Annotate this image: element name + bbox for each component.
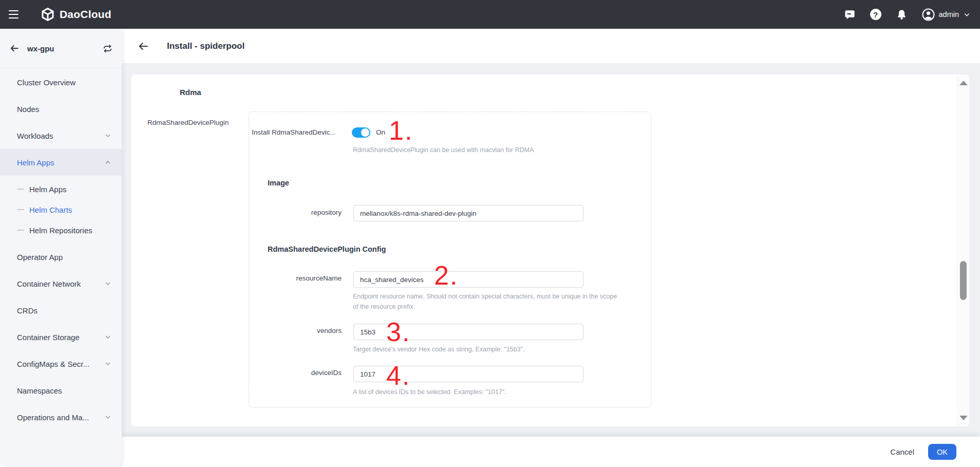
vendors-input[interactable] [353,324,583,340]
sidebar-item-namespaces[interactable]: Namespaces [0,377,122,404]
rdma-plugin-group: Install RdmaSharedDevic... On RdmaShared… [249,111,651,407]
page-title: Install - spiderpool [167,41,244,51]
sidebar-item-operator-app[interactable]: Operator App [0,244,122,270]
chevron-down-icon [104,414,111,421]
vendors-help: Target device's vendor Hex code as strin… [353,344,524,354]
sidebar-subitem-helm-repositories[interactable]: Helm Repositories [0,220,122,240]
sidebar-item-container-network[interactable]: Container Network [0,270,122,297]
sidebar-subitem-helm-apps[interactable]: Helm Apps [0,179,122,199]
cluster-back-button[interactable] [9,43,20,53]
install-toggle-help: RdmaSharedDevicePlugin can be used with … [353,145,534,155]
brand-logo[interactable]: DaoCloud [41,7,111,22]
resource-name-input[interactable] [353,271,583,288]
chevron-down-icon [104,360,111,367]
daocloud-logo-icon [41,7,55,22]
ok-button[interactable]: OK [928,444,956,460]
install-toggle-label: Install RdmaSharedDevic... [252,127,343,138]
repository-input[interactable] [353,205,583,221]
sidebar-item-operations[interactable]: Operations and Ma... [0,404,122,431]
toggle-knob [361,128,369,137]
dash-icon [17,209,24,210]
user-menu[interactable]: admin [922,8,971,21]
back-arrow-icon [9,43,20,53]
section-rdma-config: RdmaSharedDevicePlugin Config [268,245,386,253]
sidebar-item-workloads[interactable]: Workloads [0,122,122,149]
messages-icon[interactable] [844,9,856,21]
topbar: DaoCloud ? admin [0,0,980,29]
chevron-up-icon [104,159,111,166]
brand-name: DaoCloud [60,8,111,21]
sidebar: wx-gpu Cluster Overview Nodes Workloads … [0,29,122,467]
resource-name-label: resourceName [249,274,342,282]
form-card: Rdma RdmaSharedDevicePlugin Install Rdma… [131,74,969,426]
section-image: Image [268,179,289,187]
sidebar-item-helm-apps[interactable]: Helm Apps [0,149,122,176]
chevron-down-icon [963,11,971,18]
switch-cluster-icon[interactable] [103,44,112,53]
chevron-down-icon [104,132,111,139]
chevron-down-icon [104,280,111,287]
cluster-header: wx-gpu [0,29,122,68]
section-rdma: Rdma [180,88,201,97]
sidebar-item-crds[interactable]: CRDs [0,297,122,324]
scroll-down-arrow-icon[interactable] [959,416,968,420]
help-icon[interactable]: ? [870,9,881,20]
sidebar-nav: Cluster Overview Nodes Workloads Helm Ap… [0,68,122,431]
dash-icon [17,189,24,190]
install-toggle-state: On [376,128,385,136]
scrollbar-track[interactable] [957,74,969,426]
chevron-down-icon [104,333,111,341]
sidebar-subitem-helm-charts[interactable]: Helm Charts [0,199,122,220]
page-back-button[interactable] [138,41,149,52]
page-header: Install - spiderpool [122,29,980,63]
group-label-rdmashareddeviceplugin: RdmaSharedDevicePlugin [147,119,229,126]
sidebar-item-cluster-overview[interactable]: Cluster Overview [0,69,122,96]
cluster-name: wx-gpu [27,44,103,53]
avatar-icon [922,8,935,21]
username: admin [939,10,959,18]
sidebar-item-nodes[interactable]: Nodes [0,96,122,122]
device-ids-help: A list of devices IDs to be selected. Ex… [353,387,506,397]
content-area: Rdma RdmaSharedDevicePlugin Install Rdma… [122,63,980,437]
device-ids-label: deviceIDs [249,369,342,377]
sidebar-item-container-storage[interactable]: Container Storage [0,324,122,350]
install-toggle[interactable] [352,127,370,138]
device-ids-input[interactable] [353,366,583,382]
notifications-icon[interactable] [896,9,908,21]
cancel-button[interactable]: Cancel [890,447,914,456]
hamburger-menu-icon[interactable] [9,10,19,18]
vendors-label: vendors [249,327,342,334]
scrollbar-thumb[interactable] [960,261,967,300]
sidebar-item-configmaps-secrets[interactable]: ConfigMaps & Secr... [0,350,122,377]
resource-name-help: Endpoint resource name. Should not conta… [353,291,624,312]
scroll-up-arrow-icon[interactable] [959,81,968,85]
dash-icon [17,230,24,231]
footer-action-bar: Cancel OK [122,437,980,467]
back-arrow-icon [138,41,149,52]
repository-label: repository [249,209,342,216]
